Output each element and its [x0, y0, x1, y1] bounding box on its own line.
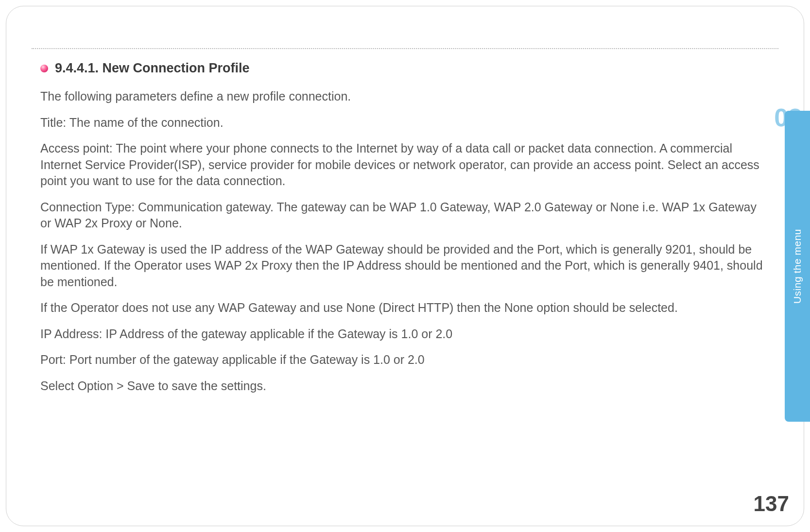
- dotted-divider: [32, 48, 778, 49]
- bullet-icon: [40, 65, 48, 72]
- paragraph: The following parameters define a new pr…: [40, 88, 765, 105]
- section-heading: 9.4.4.1. New Connection Profile: [40, 61, 765, 76]
- paragraph: Access point: The point where your phone…: [40, 140, 765, 189]
- paragraph: IP Address: IP Address of the gateway ap…: [40, 326, 765, 343]
- content-region: 9.4.4.1. New Connection Profile The foll…: [40, 61, 765, 404]
- paragraph: Select Option > Save to save the setting…: [40, 378, 765, 395]
- paragraph: Connection Type: Communication gateway. …: [40, 199, 765, 232]
- side-tab-label: Using the menu: [792, 229, 803, 304]
- page-frame: 9.4.4.1. New Connection Profile The foll…: [6, 6, 804, 526]
- paragraph: If WAP 1x Gateway is used the IP address…: [40, 241, 765, 291]
- paragraph: If the Operator does not use any WAP Gat…: [40, 300, 765, 316]
- side-tab: Using the menu: [785, 111, 810, 422]
- paragraph: Title: The name of the connection.: [40, 115, 765, 131]
- page-number: 137: [754, 492, 789, 516]
- heading-text: 9.4.4.1. New Connection Profile: [55, 61, 250, 76]
- paragraph: Port: Port number of the gateway applica…: [40, 352, 765, 368]
